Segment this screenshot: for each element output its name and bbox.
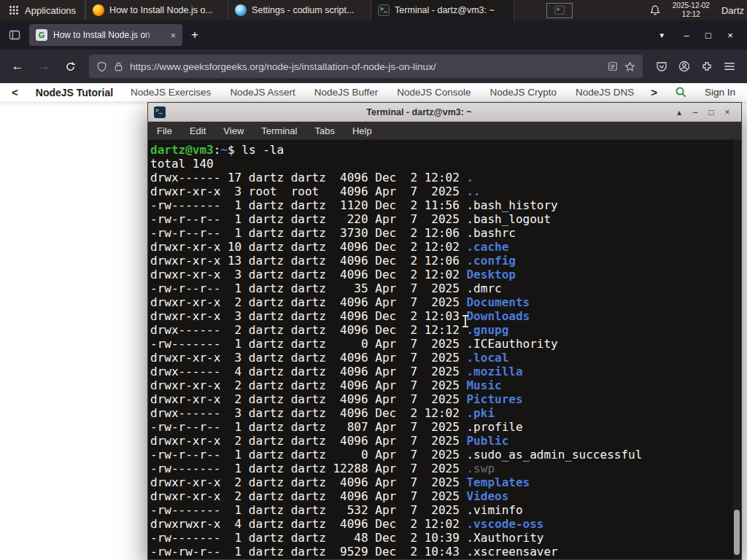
terminal-text-segment: .pki: [466, 406, 495, 420]
browser-restore-button[interactable]: □: [697, 30, 719, 41]
terminal-text-segment: -rw------- 1 dartz dartz 532 Apr 7 2025 …: [150, 503, 523, 517]
forward-button[interactable]: →: [34, 56, 54, 77]
terminal-menu-file[interactable]: File: [157, 125, 172, 136]
terminal-text-segment: drwx------ 3 dartz dartz 4096 Dec 2 12:0…: [150, 406, 466, 420]
reload-button[interactable]: [60, 56, 80, 77]
terminal-line: drwxr-xr-x 3 root root 4096 Apr 7 2025 .…: [150, 184, 731, 198]
notification-bell-icon[interactable]: [649, 4, 661, 16]
site-nav-link[interactable]: NodeJS DNS: [576, 87, 634, 98]
terminal-text-segment: .: [466, 171, 473, 184]
terminal-scrollbar-track[interactable]: [733, 140, 740, 559]
taskbar-item-title: Settings - codium script...: [252, 5, 354, 15]
terminal-icon: [378, 4, 390, 16]
taskbar-item[interactable]: Settings - codium script...: [228, 0, 371, 20]
site-nav-title[interactable]: NodeJS Tutorial: [36, 87, 113, 98]
terminal-close-button[interactable]: ×: [719, 107, 735, 117]
back-button[interactable]: ←: [7, 56, 28, 77]
terminal-titlebar[interactable]: Terminal - dartz@vm3: ~ ▴ – □ ×: [148, 103, 741, 122]
terminal-text-segment: drwxr-xr-x 2 dartz dartz 4096 Apr 7 2025: [150, 378, 466, 392]
terminal-line: -rw-r--r-- 1 dartz dartz 35 Apr 7 2025 .…: [150, 281, 731, 295]
terminal-text-segment: .local: [466, 351, 508, 365]
browser-minimize-button[interactable]: –: [676, 30, 697, 41]
applications-menu[interactable]: Applications: [0, 0, 85, 20]
terminal-menu-terminal[interactable]: Terminal: [261, 125, 297, 136]
terminal-text-segment: drwxr-xr-x 2 dartz dartz 4096 Apr 7 2025: [150, 475, 466, 489]
terminal-menubar: FileEditViewTerminalTabsHelp: [148, 122, 741, 140]
terminal-minimize-button[interactable]: –: [687, 107, 703, 117]
site-nav-prev-icon[interactable]: <: [12, 86, 18, 98]
terminal-text-segment: :: [214, 143, 221, 157]
bookmark-star-icon[interactable]: [624, 61, 635, 72]
terminal-text-segment: Videos: [466, 489, 508, 503]
tab-overflow-icon[interactable]: ▾: [654, 31, 670, 40]
firefox-view-icon[interactable]: [6, 26, 23, 44]
terminal-text-segment: -rw------- 1 dartz dartz 1120 Dec 2 11:5…: [150, 198, 558, 212]
site-nav-link[interactable]: NodeJS Assert: [230, 87, 295, 98]
browser-toolbar: ← → https://www.geeksforgeeks.: [0, 50, 747, 83]
terminal-text-segment: Downloads: [466, 309, 530, 323]
site-favicon: G: [36, 29, 47, 41]
terminal-line: drwxr-xr-x 10 dartz dartz 4096 Dec 2 12:…: [150, 240, 731, 254]
terminal-menu-help[interactable]: Help: [352, 125, 372, 136]
terminal-line: drwx------ 3 dartz dartz 4096 Dec 2 12:0…: [150, 406, 731, 420]
panel-clock[interactable]: 2025-12-02 12:12: [673, 1, 710, 20]
terminal-app-icon: [154, 106, 166, 118]
reader-mode-icon[interactable]: [608, 61, 618, 71]
site-search-icon[interactable]: [675, 86, 687, 98]
terminal-line: drwx------ 17 dartz dartz 4096 Dec 2 12:…: [150, 171, 731, 184]
terminal-menu-view[interactable]: View: [223, 125, 244, 136]
terminal-line: drwxr-xr-x 3 dartz dartz 4096 Apr 7 2025…: [150, 351, 731, 365]
terminal-text-segment: Music: [466, 378, 501, 392]
terminal-maximize-button[interactable]: □: [703, 107, 719, 117]
terminal-line: -rw------- 1 dartz dartz 1120 Dec 2 11:5…: [150, 198, 731, 212]
url-bar[interactable]: https://www.geeksforgeeks.org/node-js/in…: [89, 55, 643, 78]
terminal-text-segment: -rw-r--r-- 1 dartz dartz 35 Apr 7 2025 .…: [150, 281, 502, 295]
pager-terminal-icon: [554, 6, 565, 15]
terminal-text-segment: drwx------ 2 dartz dartz 4096 Dec 2 12:1…: [150, 323, 466, 337]
browser-close-button[interactable]: ×: [719, 30, 741, 41]
terminal-line: drwxr-xr-x 2 dartz dartz 4096 Apr 7 2025…: [150, 392, 731, 406]
terminal-body[interactable]: dartz@vm3:~$ ls -latotal 140drwx------ 1…: [148, 140, 741, 559]
site-nav-link[interactable]: NodeJS Crypto: [490, 87, 557, 98]
terminal-line: drwxr-xr-x 2 dartz dartz 4096 Apr 7 2025…: [150, 295, 731, 309]
tab-close-icon[interactable]: ×: [170, 30, 176, 41]
url-text[interactable]: https://www.geeksforgeeks.org/node-js/in…: [130, 61, 601, 72]
terminal-line: drwxrwxr-x 4 dartz dartz 4096 Dec 2 12:0…: [150, 517, 731, 531]
sign-in-button[interactable]: Sign In: [705, 87, 735, 98]
browser-tab[interactable]: G How to Install Node.js on ×: [29, 24, 182, 46]
terminal-window-controls: ▴ – □ ×: [671, 107, 735, 117]
top-panel: Applications How to Install Node.js o...…: [0, 0, 747, 20]
lock-icon[interactable]: [114, 61, 123, 71]
terminal-scrollbar-thumb[interactable]: [734, 510, 740, 555]
panel-user-label[interactable]: Dartz: [721, 5, 744, 16]
taskbar-item[interactable]: Terminal - dartz@vm3: ~: [371, 0, 514, 20]
site-nav-next-icon[interactable]: >: [651, 86, 657, 98]
site-nav-link[interactable]: NodeJS Buffer: [314, 87, 379, 98]
terminal-text-segment: Pictures: [466, 392, 522, 406]
new-tab-button[interactable]: +: [188, 28, 201, 42]
terminal-line: -rw-r--r-- 1 dartz dartz 220 Apr 7 2025 …: [150, 212, 731, 226]
site-nav-link[interactable]: NodeJS Console: [397, 87, 471, 98]
terminal-text-segment: drwxr-xr-x 2 dartz dartz 4096 Apr 7 2025: [150, 392, 466, 406]
terminal-menu-edit[interactable]: Edit: [190, 125, 206, 136]
extensions-icon[interactable]: [701, 61, 713, 72]
terminal-line: -rw------- 1 dartz dartz 532 Apr 7 2025 …: [150, 503, 731, 517]
terminal-output: dartz@vm3:~$ ls -latotal 140drwx------ 1…: [150, 143, 731, 559]
workspace-pager[interactable]: [546, 3, 573, 18]
terminal-shade-button[interactable]: ▴: [671, 107, 687, 117]
account-icon[interactable]: [678, 61, 690, 72]
terminal-text-segment: drwxr-xr-x 3 dartz dartz 4096 Apr 7 2025: [150, 351, 466, 365]
settings-icon: [235, 4, 247, 16]
terminal-text-segment: -rw-rw-r-- 1 dartz dartz 9529 Dec 2 10:4…: [150, 545, 558, 559]
terminal-text-segment: ~: [220, 143, 228, 157]
menu-icon[interactable]: [724, 61, 735, 71]
site-nav-strip: < NodeJS Tutorial NodeJS ExercisesNodeJS…: [0, 83, 747, 102]
terminal-line: drwx------ 4 dartz dartz 4096 Apr 7 2025…: [150, 365, 731, 378]
taskbar-item[interactable]: How to Install Node.js o...: [85, 0, 228, 20]
terminal-line: -rw-rw-r-- 1 dartz dartz 9529 Dec 2 10:4…: [150, 545, 731, 559]
terminal-menu-tabs[interactable]: Tabs: [314, 125, 334, 136]
tracking-shield-icon[interactable]: [96, 61, 107, 72]
pocket-icon[interactable]: [656, 61, 667, 72]
terminal-text-segment: Desktop: [466, 268, 515, 281]
site-nav-link[interactable]: NodeJS Exercises: [131, 87, 211, 98]
